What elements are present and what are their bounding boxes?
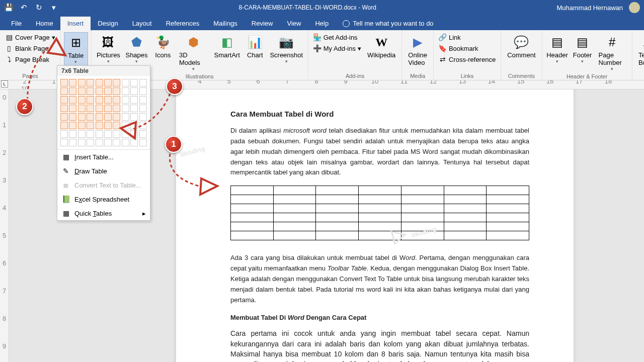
table-grid-cell[interactable] xyxy=(78,130,86,138)
dropdown-item-0[interactable]: ▦Insert Table... xyxy=(57,150,150,164)
table-grid-cell[interactable] xyxy=(104,122,112,129)
avatar[interactable] xyxy=(629,2,640,13)
redo-icon[interactable]: ↻ xyxy=(34,3,43,12)
table-grid-cell[interactable] xyxy=(122,130,129,138)
table-grid-cell[interactable] xyxy=(87,139,94,146)
table-grid-cell[interactable] xyxy=(69,130,76,138)
table-grid-cell[interactable] xyxy=(69,87,76,95)
table-size-grid[interactable] xyxy=(57,76,150,149)
footer-button[interactable]: ▤Footer▾ xyxy=(571,32,595,73)
chart-button[interactable]: 📊Chart xyxy=(243,32,267,73)
table-grid-cell[interactable] xyxy=(96,139,103,146)
table-grid-cell[interactable] xyxy=(87,130,94,138)
table-grid-cell[interactable] xyxy=(122,96,129,104)
table-grid-cell[interactable] xyxy=(130,130,138,138)
tab-selector[interactable]: L xyxy=(1,80,8,87)
bookmark-button[interactable]: 🔖Bookmark xyxy=(437,43,498,53)
table-grid-cell[interactable] xyxy=(60,79,68,86)
table-grid-cell[interactable] xyxy=(69,105,76,112)
table-grid-cell[interactable] xyxy=(78,87,86,95)
table-grid-cell[interactable] xyxy=(69,122,76,129)
table-grid-cell[interactable] xyxy=(87,113,94,121)
table-grid-cell[interactable] xyxy=(130,122,138,129)
table-grid-cell[interactable] xyxy=(69,79,76,86)
table-grid-cell[interactable] xyxy=(60,105,68,112)
table-grid-cell[interactable] xyxy=(60,130,68,138)
table-grid-cell[interactable] xyxy=(130,96,138,104)
table-grid-cell[interactable] xyxy=(78,79,86,86)
table-grid-cell[interactable] xyxy=(96,122,103,129)
table-grid-cell[interactable] xyxy=(69,96,76,104)
qat-dropdown-icon[interactable]: ▾ xyxy=(49,3,58,12)
tab-insert[interactable]: Insert xyxy=(60,17,91,30)
tab-design[interactable]: Design xyxy=(91,17,125,30)
table-grid-cell[interactable] xyxy=(113,87,120,95)
table-grid-cell[interactable] xyxy=(78,139,86,146)
table-grid-cell[interactable] xyxy=(78,105,86,112)
tell-me-search[interactable]: Tell me what you want to do xyxy=(336,17,440,30)
table-grid-cell[interactable] xyxy=(104,79,112,86)
tab-mailings[interactable]: Mailings xyxy=(206,17,245,30)
table-grid-cell[interactable] xyxy=(122,105,129,112)
blank-page-button[interactable]: ▯Blank Page xyxy=(3,43,57,53)
table-grid-cell[interactable] xyxy=(69,113,76,121)
screenshot-button[interactable]: 📷Screenshot▾ xyxy=(268,32,305,73)
icons-button[interactable]: 🦆Icons xyxy=(151,32,175,73)
table-grid-cell[interactable] xyxy=(122,79,129,86)
wikipedia-button[interactable]: WWikipedia xyxy=(364,32,398,61)
table-grid-cell[interactable] xyxy=(122,113,129,121)
table-grid-cell[interactable] xyxy=(60,113,68,121)
3d-models-button[interactable]: ⬢3D Models▾ xyxy=(176,32,211,73)
table-grid-cell[interactable] xyxy=(87,87,94,95)
table-grid-cell[interactable] xyxy=(139,130,147,138)
table-grid-cell[interactable] xyxy=(122,122,129,129)
table-grid-cell[interactable] xyxy=(139,79,147,86)
dropdown-item-4[interactable]: ▦Quick Tables▸ xyxy=(57,206,150,220)
table-grid-cell[interactable] xyxy=(96,87,103,95)
table-grid-cell[interactable] xyxy=(104,130,112,138)
text-box-button[interactable]: AText Box▾ xyxy=(635,32,644,73)
table-grid-cell[interactable] xyxy=(104,87,112,95)
table-grid-cell[interactable] xyxy=(104,113,112,121)
table-grid-cell[interactable] xyxy=(60,87,68,95)
online-video-button[interactable]: ▶Online Video xyxy=(405,32,430,68)
table-grid-cell[interactable] xyxy=(113,79,120,86)
page-number-button[interactable]: #Page Number▾ xyxy=(596,32,629,73)
table-grid-cell[interactable] xyxy=(113,96,120,104)
table-grid-cell[interactable] xyxy=(87,79,94,86)
table-grid-cell[interactable] xyxy=(113,105,120,112)
tab-view[interactable]: View xyxy=(280,17,308,30)
table-grid-cell[interactable] xyxy=(96,130,103,138)
page[interactable]: Cara Membuat Tabel di Word Di dalam apli… xyxy=(176,89,574,362)
table-grid-cell[interactable] xyxy=(139,139,147,146)
tab-help[interactable]: Help xyxy=(308,17,336,30)
table-grid-cell[interactable] xyxy=(96,79,103,86)
user-name[interactable]: Muhammad Hernawan xyxy=(556,4,623,12)
table-grid-cell[interactable] xyxy=(113,139,120,146)
table-grid-cell[interactable] xyxy=(96,105,103,112)
dropdown-item-3[interactable]: 📗Excel Spreadsheet xyxy=(57,192,150,206)
table-grid-cell[interactable] xyxy=(104,105,112,112)
table-grid-cell[interactable] xyxy=(130,87,138,95)
tab-references[interactable]: References xyxy=(159,17,206,30)
table-grid-cell[interactable] xyxy=(139,96,147,104)
undo-icon[interactable]: ↶ xyxy=(19,3,28,12)
tab-file[interactable]: File xyxy=(4,17,29,30)
table-grid-cell[interactable] xyxy=(78,113,86,121)
doc-table[interactable] xyxy=(230,186,529,240)
table-button[interactable]: ⊞Table▾ xyxy=(64,32,88,67)
table-grid-cell[interactable] xyxy=(122,139,129,146)
table-grid-cell[interactable] xyxy=(87,105,94,112)
table-grid-cell[interactable] xyxy=(130,113,138,121)
table-grid-cell[interactable] xyxy=(87,122,94,129)
table-grid-cell[interactable] xyxy=(60,96,68,104)
page-break-button[interactable]: ⤵Page Break xyxy=(3,54,57,64)
table-grid-cell[interactable] xyxy=(122,87,129,95)
save-icon[interactable]: 💾 xyxy=(4,3,13,12)
get-addins-button[interactable]: 🏪Get Add-ins xyxy=(311,32,363,42)
table-grid-cell[interactable] xyxy=(96,96,103,104)
table-grid-cell[interactable] xyxy=(60,139,68,146)
header-button[interactable]: ▤Header▾ xyxy=(545,32,570,73)
table-grid-cell[interactable] xyxy=(104,139,112,146)
tab-layout[interactable]: Layout xyxy=(125,17,159,30)
